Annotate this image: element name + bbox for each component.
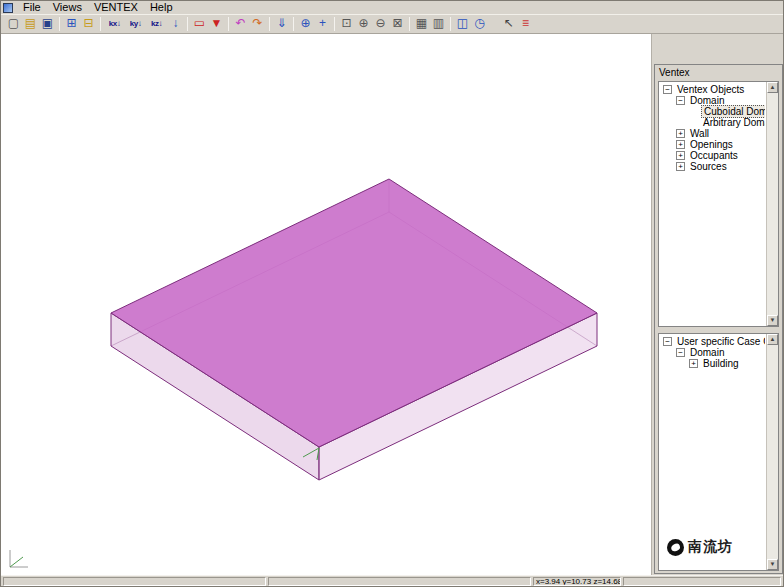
drop-icon[interactable]: ⇓ — [273, 16, 290, 32]
origin-axis-icon — [10, 550, 28, 567]
toolbar-separator — [228, 17, 229, 31]
watermark: 南流坊 — [667, 538, 733, 556]
scroll-down-icon[interactable]: ▼ — [767, 315, 778, 326]
toolbar-separator — [269, 17, 270, 31]
library-blocks-icon[interactable]: ⊟ — [80, 16, 97, 32]
marker-icon[interactable]: ▼ — [208, 16, 225, 32]
case-objects-tree: −User specific Case Objects−Domain+Build… — [658, 333, 779, 571]
save-icon[interactable]: ▣ — [39, 16, 56, 32]
zoom-window-icon[interactable]: ⊡ — [338, 16, 355, 32]
toolbar-separator — [450, 17, 451, 31]
domain-top-face[interactable] — [111, 179, 597, 447]
view-kz-icon[interactable]: kz↓ — [146, 16, 167, 32]
zoom-in-icon[interactable]: ⊕ — [355, 16, 372, 32]
tree-item-label[interactable]: Arbitrary Domain — [701, 117, 765, 128]
collapse-icon[interactable]: − — [663, 337, 672, 346]
watermark-logo-icon — [667, 539, 684, 556]
tree-item-wall[interactable]: +Wall — [660, 128, 765, 139]
scene-canvas[interactable] — [1, 34, 651, 577]
tree1-scrollbar[interactable]: ▲ ▼ — [766, 82, 778, 326]
tree-item-occupants[interactable]: +Occupants — [660, 150, 765, 161]
case-blocks-icon[interactable]: ⊞ — [63, 16, 80, 32]
scroll-up-icon[interactable]: ▲ — [767, 82, 778, 93]
panel-title: Ventex — [655, 65, 782, 81]
move-icon[interactable]: + — [314, 16, 331, 32]
new-file-icon[interactable]: ▢ — [5, 16, 22, 32]
tree-item-sources[interactable]: +Sources — [660, 161, 765, 172]
menu-views[interactable]: Views — [47, 1, 88, 14]
zoom-out-icon[interactable]: ⊖ — [372, 16, 389, 32]
right-dock: Ventex −Ventex Objects−DomainCuboidal Do… — [651, 34, 783, 577]
tree-item-user-specific-case-objects[interactable]: −User specific Case Objects — [660, 336, 765, 347]
view-kx-icon[interactable]: kx↓ — [104, 16, 125, 32]
expand-icon[interactable]: + — [676, 151, 685, 160]
toolbar-separator — [187, 17, 188, 31]
ventex-objects-tree: −Ventex Objects−DomainCuboidal DomainArb… — [658, 81, 779, 327]
collapse-icon[interactable]: − — [663, 85, 672, 94]
pointer-icon[interactable]: ↖ — [500, 16, 517, 32]
app-icon — [3, 3, 13, 13]
toolbar-separator — [293, 17, 294, 31]
open-folder-icon[interactable]: ▤ — [22, 16, 39, 32]
tree-item-label[interactable]: Building — [701, 358, 741, 369]
expand-icon[interactable]: + — [676, 129, 685, 138]
status-message-area — [3, 577, 266, 586]
tree2-scrollbar[interactable]: ▲ ▼ — [766, 334, 778, 570]
mesh-settings-icon[interactable]: ▥ — [430, 16, 447, 32]
expand-icon[interactable]: + — [676, 140, 685, 149]
collapse-icon[interactable]: − — [676, 348, 685, 357]
tree-item-label[interactable]: Openings — [688, 139, 735, 150]
status-segment-right — [623, 577, 781, 586]
tree-item-label[interactable]: Wall — [688, 128, 711, 139]
ventex-panel: Ventex −Ventex Objects−DomainCuboidal Do… — [654, 64, 783, 574]
tree-item-label[interactable]: User specific Case Objects — [675, 336, 765, 347]
tree-item-label[interactable]: Sources — [688, 161, 729, 172]
domain-frame-icon[interactable]: ▭ — [191, 16, 208, 32]
viewport-3d[interactable] — [1, 34, 651, 577]
arrow-down-icon[interactable]: ↓ — [167, 16, 184, 32]
expand-icon[interactable]: + — [676, 162, 685, 171]
cuboidal-domain[interactable] — [111, 179, 597, 480]
status-coordinates: x=3.94 y=10.73 z=14.68 — [533, 577, 621, 586]
redo-icon[interactable]: ↷ — [249, 16, 266, 32]
status-segment — [268, 577, 531, 586]
coordinates-text: x=3.94 y=10.73 z=14.68 — [536, 577, 621, 586]
toolbar: ▢▤▣⊞⊟kx↓ky↓kz↓↓▭▼↶↷⇓⊕+⊡⊕⊖⊠▦▥◫◷↖≡ — [1, 14, 783, 34]
toolbar-separator — [100, 17, 101, 31]
menu-bar: File Views VENTEX Help — [1, 1, 783, 14]
tree-item-ventex-objects[interactable]: −Ventex Objects — [660, 84, 765, 95]
zoom-extents-icon[interactable]: ⊠ — [389, 16, 406, 32]
tree-item-openings[interactable]: +Openings — [660, 139, 765, 150]
menu-ventex[interactable]: VENTEX — [88, 1, 144, 14]
grid-icon[interactable]: ▦ — [413, 16, 430, 32]
scroll-up-icon[interactable]: ▲ — [767, 334, 778, 345]
status-bar: x=3.94 y=10.73 z=14.68 — [1, 575, 783, 586]
tree-item-label[interactable]: Occupants — [688, 150, 740, 161]
tree-item-label[interactable]: Domain — [688, 347, 726, 358]
menu-help[interactable]: Help — [144, 1, 179, 14]
tree-item-cuboidal-domain[interactable]: Cuboidal Domain — [660, 106, 765, 117]
tile-windows-icon[interactable]: ◫ — [454, 16, 471, 32]
toolbar-separator — [334, 17, 335, 31]
collapse-icon[interactable]: − — [676, 96, 685, 105]
view-ky-icon[interactable]: ky↓ — [125, 16, 146, 32]
tree-item-domain[interactable]: −Domain — [660, 347, 765, 358]
toolbar-separator — [409, 17, 410, 31]
menu-file[interactable]: File — [17, 1, 47, 14]
tree-item-arbitrary-domain[interactable]: Arbitrary Domain — [660, 117, 765, 128]
undo-icon[interactable]: ↶ — [232, 16, 249, 32]
clock-icon[interactable]: ◷ — [471, 16, 488, 32]
scroll-down-icon[interactable]: ▼ — [767, 559, 778, 570]
tree-item-building[interactable]: +Building — [660, 358, 765, 369]
watermark-text: 南流坊 — [688, 538, 733, 556]
expand-icon[interactable]: + — [689, 359, 698, 368]
toolbar-separator — [59, 17, 60, 31]
list-icon[interactable]: ≡ — [517, 16, 534, 32]
app-window: File Views VENTEX Help ▢▤▣⊞⊟kx↓ky↓kz↓↓▭▼… — [0, 0, 784, 587]
tree-item-label[interactable]: Ventex Objects — [675, 84, 746, 95]
globe-icon[interactable]: ⊕ — [297, 16, 314, 32]
